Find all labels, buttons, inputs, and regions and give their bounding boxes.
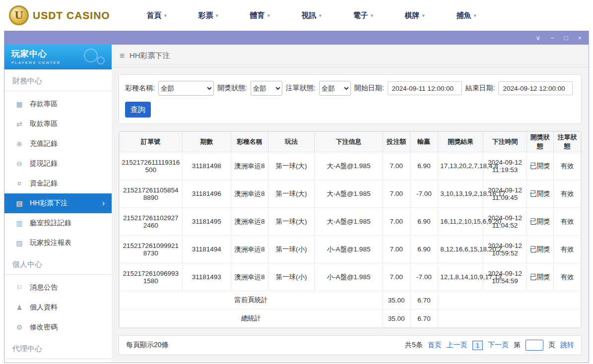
table-cell: 17,13,20,2,7,18,4,8: [438, 152, 483, 180]
nav-item-label: 體育: [250, 11, 264, 20]
table-cell: 已開獎: [527, 236, 554, 263]
table-cell: 小-A盤@1.985: [315, 263, 383, 291]
table-cell: 31181498: [182, 152, 231, 180]
pagination-bar: 每頁顯示20條 共5条 首页 上一页 1 下一页 第 页 跳转: [119, 335, 582, 355]
collapse-button[interactable]: ∨: [535, 35, 540, 41]
sidebar-item-profile[interactable]: ♟ 個人資料: [4, 298, 112, 317]
lottery-bet-icon: ▤: [15, 199, 23, 207]
summary-label: 總統計: [120, 309, 383, 328]
column-header: 彩種名稱: [231, 132, 268, 152]
end-date-input[interactable]: [498, 81, 573, 95]
summary-win-loss: 6.70: [410, 291, 438, 309]
deposit-icon: ▦: [15, 100, 23, 108]
summary-bet-total: 35.00: [383, 291, 410, 309]
table-cell: 第一球(大): [268, 152, 314, 180]
lottery-name-select[interactable]: 全部: [158, 81, 214, 96]
column-header: 下注信息: [315, 132, 383, 152]
sidebar-item-change-password[interactable]: ⚙ 修改密碼: [4, 317, 112, 337]
start-date-input[interactable]: [388, 81, 462, 95]
first-page-link[interactable]: 首页: [428, 341, 442, 350]
table-cell: 澳洲幸运8: [231, 236, 268, 263]
table-cell: 12,1,8,14,10,9,17,13: [438, 263, 483, 291]
table-cell: 有效: [554, 236, 581, 263]
table-cell: 第一球(大): [268, 208, 314, 236]
sidebar-item-deposit[interactable]: ▦ 存款專區: [4, 94, 112, 114]
page-number-input[interactable]: [526, 340, 543, 351]
close-button[interactable]: ×: [578, 35, 582, 41]
sidebar-item-hh-lottery-bets[interactable]: ▤ HH彩票下注 ›: [4, 193, 112, 213]
summary-row-current-page: 當前頁統計 35.00 6.70: [120, 291, 581, 309]
table-cell: 31181493: [182, 263, 231, 291]
nav-item-home[interactable]: 首頁 ▾: [131, 11, 183, 20]
table-cell: 第一球(大): [268, 180, 314, 208]
table-cell: 澳洲幸运8: [231, 180, 268, 208]
table-row: 215217261096993158031181493澳洲幸运8第一球(小)小-…: [120, 263, 581, 291]
nav-item-slots[interactable]: 電子 ▾: [337, 11, 389, 20]
bets-table: 訂單號期數彩種名稱玩法下注信息投注額輸贏開獎結果下注時間開獎狀態注單狀態 215…: [119, 131, 581, 328]
hamburger-icon[interactable]: ≡: [120, 51, 125, 61]
table-cell: 7.00: [383, 180, 410, 208]
section-title-finance: 財務中心: [4, 69, 112, 91]
minimize-button[interactable]: −: [550, 35, 554, 41]
bets-table-panel: 訂單號期數彩種名稱玩法下注信息投注額輸贏開獎結果下注時間開獎狀態注單狀態 215…: [119, 131, 582, 328]
sidebar-item-withdraw[interactable]: ⇄ 取款專區: [4, 114, 112, 134]
table-row: 215217261102927246031181495澳洲幸运8第一球(大)大-…: [120, 208, 581, 236]
sidebar-item-label: 玩家投注報表: [30, 239, 71, 247]
table-cell: 2152172611029272460: [120, 208, 183, 236]
coin-logo-icon: U: [9, 5, 29, 25]
sidebar-item-label: 消息公告: [30, 283, 58, 292]
nav-item-lottery[interactable]: 彩票 ▾: [183, 11, 234, 20]
nav-item-board-games[interactable]: 棋牌 ▾: [389, 11, 441, 20]
chevron-down-icon: ▾: [215, 12, 218, 19]
sidebar-item-room-bet-records[interactable]: ▥ 廳室投註記錄: [4, 213, 112, 233]
nav-item-fishing[interactable]: 捕魚 ▾: [441, 11, 492, 20]
maximize-button[interactable]: □: [564, 35, 568, 41]
bet-status-select[interactable]: 全部: [319, 81, 351, 96]
next-page-link[interactable]: 下一页: [488, 341, 509, 350]
end-date-label: 結束日期:: [465, 84, 495, 93]
query-button[interactable]: 查詢: [125, 102, 151, 118]
bet-status-label: 注單狀態:: [286, 84, 316, 93]
sidebar-item-label: 取款專區: [30, 120, 58, 128]
table-row: 215217261105854889031181496澳洲幸运8第一球(大)大-…: [120, 180, 581, 208]
prev-page-link[interactable]: 上一页: [447, 341, 467, 350]
nav-item-label: 彩票: [198, 11, 213, 20]
sidebar-item-funds-records[interactable]: ¤ 資金記錄: [4, 174, 112, 193]
table-cell: 大-A盤@1.985: [315, 208, 383, 236]
column-header: 訂單號: [120, 132, 183, 152]
chevron-down-icon: ▾: [422, 12, 425, 19]
sidebar-item-recharge-records[interactable]: ⊕ 充值記錄: [4, 134, 112, 154]
table-cell: 大-A盤@1.985: [315, 152, 383, 180]
sidebar-item-label: 個人資料: [30, 303, 58, 312]
sidebar: 玩家中心 PLAYERS CENTER 財務中心 ▦ 存款專區 ⇄ 取款專區 ⊕…: [4, 45, 112, 362]
draw-status-select[interactable]: 全部: [251, 81, 282, 96]
column-header: 玩法: [268, 132, 314, 152]
table-cell: 澳洲幸运8: [231, 208, 268, 236]
sidebar-item-announcements[interactable]: ⚐ 消息公告: [4, 278, 112, 298]
table-cell: 31181494: [182, 236, 231, 263]
logo[interactable]: U USDT CASINO: [9, 5, 110, 25]
section-title-personal: 個人中心: [4, 253, 112, 275]
sidebar-item-player-bet-report[interactable]: ▧ 玩家投注報表: [4, 233, 112, 253]
chevron-down-icon: ▾: [267, 12, 270, 19]
table-cell: 有效: [554, 208, 581, 236]
user-icon: ♟: [15, 303, 23, 311]
report-icon: ▧: [15, 239, 23, 247]
column-header: 投注額: [383, 132, 410, 152]
table-cell: 已開獎: [527, 180, 554, 208]
logo-text: USDT CASINO: [33, 9, 110, 21]
table-header-row: 訂單號期數彩種名稱玩法下注信息投注額輸贏開獎結果下注時間開獎狀態注單狀態: [120, 132, 581, 152]
chevron-down-icon: ▾: [164, 12, 167, 19]
nav-item-live-video[interactable]: 視訊 ▾: [286, 11, 337, 20]
table-row: 215217261099921873031181494澳洲幸运8第一球(小)小-…: [120, 236, 581, 263]
table-cell: 7.00: [383, 263, 410, 291]
sidebar-item-withdrawal-records[interactable]: ⊖ 提現記錄: [4, 154, 112, 174]
main-menu: 首頁 ▾ 彩票 ▾ 體育 ▾ 視訊 ▾ 電子 ▾ 棋牌 ▾ 捕魚 ▾: [131, 11, 492, 20]
nav-item-sports[interactable]: 體育 ▾: [234, 11, 286, 20]
summary-empty: [438, 309, 581, 328]
table-cell: 有效: [554, 263, 581, 291]
jump-link[interactable]: 跳转: [560, 341, 574, 350]
page-title: HH彩票下注: [130, 51, 170, 61]
current-page[interactable]: 1: [472, 341, 483, 350]
sidebar-header: 玩家中心 PLAYERS CENTER: [4, 45, 112, 69]
